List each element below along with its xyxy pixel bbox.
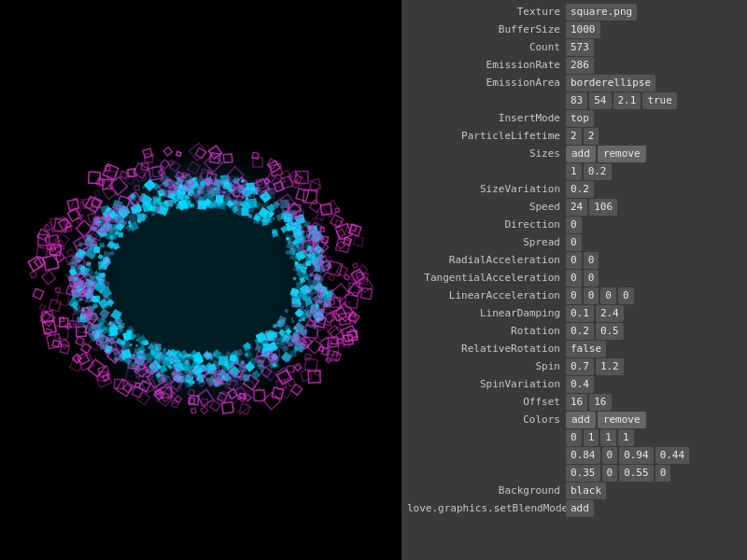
prop-row: 0111 [407, 429, 741, 446]
prop-values: square.png [566, 4, 741, 21]
prop-value[interactable]: 0 [618, 287, 634, 304]
prop-value[interactable]: 2 [566, 128, 582, 145]
prop-row: ParticleLifetime22 [407, 128, 741, 145]
prop-value[interactable]: 1 [566, 163, 582, 180]
prop-row: RelativeRotationfalse [407, 341, 741, 357]
prop-value[interactable]: 0 [602, 465, 618, 482]
prop-label: Rotation [407, 323, 566, 340]
prop-values: 24106 [566, 199, 741, 216]
prop-row: Spread0 [407, 234, 741, 251]
prop-row: SpinVariation0.4 [407, 376, 741, 393]
prop-value[interactable]: 0.4 [566, 376, 594, 393]
prop-values: 0.4 [566, 376, 741, 393]
prop-value[interactable]: 2.1 [613, 92, 641, 109]
prop-value[interactable]: add [566, 146, 596, 162]
prop-value[interactable]: 1 [600, 429, 616, 446]
prop-label: Colors [407, 412, 566, 428]
prop-value[interactable]: 0 [655, 465, 671, 482]
prop-row: Spin0.71.2 [407, 358, 741, 375]
prop-values: 0.2 [566, 181, 741, 198]
prop-values: 286 [566, 57, 741, 74]
prop-values: 83542.1true [566, 92, 741, 109]
prop-value[interactable]: 24 [566, 199, 587, 216]
prop-value[interactable]: remove [598, 412, 646, 428]
prop-value[interactable]: 0 [584, 287, 599, 304]
prop-values: 10.2 [566, 163, 741, 180]
prop-value[interactable]: 0 [584, 270, 599, 287]
prop-row: RadialAcceleration00 [407, 252, 741, 269]
prop-value[interactable]: 83 [566, 92, 587, 109]
prop-value[interactable]: true [642, 92, 677, 109]
prop-value[interactable]: 0.7 [566, 358, 594, 375]
prop-value[interactable]: add [566, 500, 594, 517]
prop-value[interactable]: 0 [602, 447, 618, 464]
prop-value[interactable]: 0 [566, 217, 582, 233]
prop-value[interactable]: square.png [566, 4, 637, 21]
prop-value[interactable]: 0.5 [596, 323, 624, 340]
prop-row: 10.2 [407, 163, 741, 180]
prop-values: 0 [566, 217, 741, 233]
prop-value[interactable]: 0.94 [619, 447, 654, 464]
prop-value[interactable]: 0 [566, 234, 582, 251]
prop-value[interactable]: 1.2 [596, 358, 624, 375]
prop-value[interactable]: 0.55 [619, 465, 654, 482]
prop-value[interactable]: 1 [584, 429, 599, 446]
prop-row: Texturesquare.png [407, 4, 741, 21]
prop-values: addremove [566, 412, 741, 428]
prop-value[interactable]: 0.84 [566, 447, 600, 464]
prop-value[interactable]: 0 [566, 270, 582, 287]
prop-values: 00 [566, 270, 741, 287]
prop-value[interactable]: 0.2 [566, 323, 594, 340]
prop-value[interactable]: 0 [566, 429, 582, 446]
prop-row: LinearAcceleration0000 [407, 287, 741, 304]
prop-label: BufferSize [407, 21, 566, 38]
prop-values: 0.3500.550 [566, 465, 741, 482]
prop-value[interactable]: 16 [589, 394, 611, 411]
prop-value[interactable]: 54 [589, 92, 611, 109]
prop-row: SizeVariation0.2 [407, 181, 741, 198]
prop-values: top [566, 110, 741, 127]
prop-row: Rotation0.20.5 [407, 323, 741, 340]
prop-values: 1616 [566, 394, 741, 411]
prop-row: EmissionAreaborderellipse [407, 75, 741, 91]
prop-value[interactable]: 1 [618, 429, 634, 446]
prop-values: 0111 [566, 429, 741, 446]
prop-label: Count [407, 39, 566, 56]
prop-row: 83542.1true [407, 92, 741, 109]
prop-label: RadialAcceleration [407, 252, 566, 269]
prop-value[interactable]: 0.2 [584, 163, 612, 180]
prop-row: EmissionRate286 [407, 57, 741, 74]
prop-values: false [566, 341, 741, 357]
prop-value[interactable]: 2 [584, 128, 599, 145]
prop-label: Spin [407, 358, 566, 375]
properties-panel: Texturesquare.pngBufferSize1000Count573E… [402, 0, 747, 560]
prop-values: 0.8400.940.44 [566, 447, 741, 464]
prop-value[interactable]: 2.4 [596, 305, 624, 322]
prop-values: borderellipse [566, 75, 741, 91]
prop-value[interactable]: false [566, 341, 606, 357]
prop-value[interactable]: 0.1 [566, 305, 594, 322]
prop-row: Colorsaddremove [407, 412, 741, 428]
prop-value[interactable]: 286 [566, 57, 594, 74]
prop-value[interactable]: 0 [584, 252, 599, 269]
prop-value[interactable]: 0.2 [566, 181, 594, 198]
prop-value[interactable]: top [566, 110, 594, 127]
prop-value[interactable]: 0 [566, 252, 582, 269]
prop-value[interactable]: add [566, 412, 596, 428]
prop-value[interactable]: remove [598, 146, 646, 162]
prop-value[interactable]: 16 [566, 394, 587, 411]
prop-values: 0.20.5 [566, 323, 741, 340]
prop-values: 573 [566, 39, 741, 56]
prop-value[interactable]: 0.35 [566, 465, 600, 482]
prop-value[interactable]: black [566, 483, 606, 499]
prop-value[interactable]: borderellipse [566, 75, 655, 91]
prop-value[interactable]: 0 [566, 287, 582, 304]
prop-label: EmissionRate [407, 57, 566, 74]
prop-value[interactable]: 0 [600, 287, 616, 304]
prop-value[interactable]: 1000 [566, 21, 600, 38]
prop-label: Spread [407, 234, 566, 251]
prop-row: Count573 [407, 39, 741, 56]
prop-value[interactable]: 106 [589, 199, 617, 216]
prop-value[interactable]: 573 [566, 39, 594, 56]
prop-value[interactable]: 0.44 [655, 447, 690, 464]
